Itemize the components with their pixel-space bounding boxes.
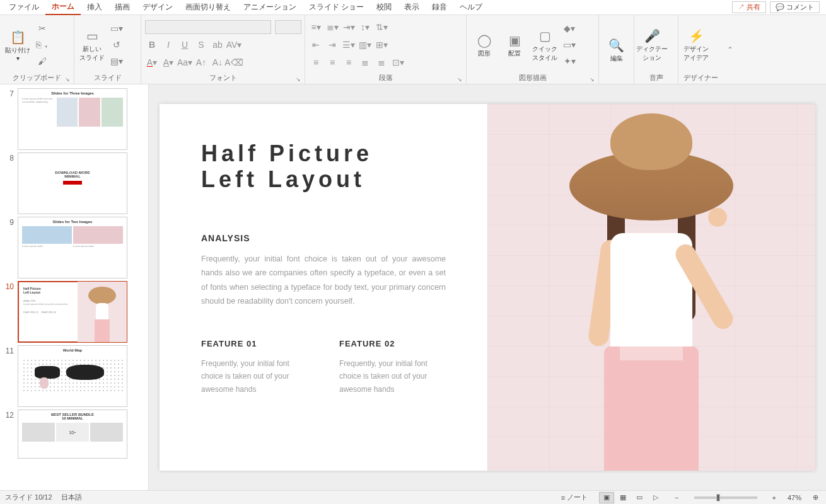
- slide-thumbnail-9[interactable]: Slides for Two Images Lorem ipsum dolorL…: [18, 217, 127, 278]
- font-family-combo[interactable]: [145, 20, 271, 34]
- feature2-heading[interactable]: FEATURE 02: [339, 339, 446, 348]
- group-paragraph-label: 段落: [379, 74, 393, 81]
- layout-button[interactable]: ▭▾: [108, 21, 125, 35]
- reading-view-button[interactable]: ▭: [632, 492, 647, 503]
- slide-title[interactable]: Half PictureLeft Layout: [201, 140, 446, 193]
- convert-button[interactable]: ⊡▾: [391, 55, 405, 69]
- comment-button[interactable]: 💬 コメント: [770, 1, 820, 13]
- slide-canvas[interactable]: Half PictureLeft Layout ANALYSIS Frequen…: [149, 84, 826, 490]
- text-direction-button[interactable]: ⇅▾: [375, 20, 388, 34]
- tab-view[interactable]: 表示: [398, 0, 426, 14]
- slide-content[interactable]: Half PictureLeft Layout ANALYSIS Frequen…: [160, 104, 815, 471]
- tab-help[interactable]: ヘルプ: [453, 0, 489, 14]
- feature1-heading[interactable]: FEATURE 01: [201, 339, 308, 348]
- normal-view-button[interactable]: ▣: [599, 492, 614, 503]
- clear-format-button[interactable]: A⌫: [227, 55, 241, 69]
- design-ideas-button[interactable]: ⚡デザイン アイデア: [682, 20, 710, 69]
- slide-thumbnail-10[interactable]: Half PictureLeft Layout ANALYSISLorem ip…: [18, 281, 127, 343]
- distribute-button[interactable]: ≣: [375, 55, 388, 69]
- feature1-body[interactable]: Frequently, your initial font choice is …: [201, 357, 308, 396]
- list-level-button[interactable]: ⇥▾: [342, 20, 356, 34]
- group-designer-label: デザイナー: [683, 74, 718, 81]
- tab-design[interactable]: デザイン: [136, 0, 179, 14]
- shape-fill-button[interactable]: ◆▾: [561, 21, 578, 35]
- zoom-slider[interactable]: [694, 496, 757, 499]
- font-color-button[interactable]: A▾: [145, 55, 159, 69]
- shapes-button[interactable]: ◯図形: [470, 20, 498, 69]
- columns-button[interactable]: ▥▾: [358, 38, 372, 52]
- zoom-percent[interactable]: 47%: [788, 494, 801, 501]
- menu-tabs: ファイル ホーム 挿入 描画 デザイン 画面切り替え アニメーション スライド …: [0, 0, 826, 15]
- tab-draw[interactable]: 描画: [108, 0, 136, 14]
- slideshow-view-button[interactable]: ▷: [648, 492, 663, 503]
- tab-slideshow[interactable]: スライド ショー: [303, 0, 370, 14]
- analysis-body[interactable]: Frequently, your initial font choice is …: [201, 252, 446, 309]
- paste-button[interactable]: 📋 貼り付け▾: [4, 20, 32, 69]
- align-left-button[interactable]: ≡: [309, 55, 323, 69]
- thumb-number: 10: [3, 281, 14, 291]
- analysis-heading[interactable]: ANALYSIS: [201, 233, 446, 243]
- numbering-button[interactable]: ≣▾: [325, 20, 339, 34]
- shape-outline-button[interactable]: ▭▾: [561, 38, 578, 52]
- font-size-combo[interactable]: [275, 20, 301, 34]
- tab-insert[interactable]: 挿入: [81, 0, 108, 14]
- justify-button[interactable]: ≣: [358, 55, 372, 69]
- slide-thumbnail-11[interactable]: World Map: [18, 345, 127, 407]
- slide-thumbnail-8[interactable]: DOWNLOAD MOREMINIMAL: [18, 152, 127, 214]
- align-center-button[interactable]: ≡: [325, 55, 339, 69]
- italic-button[interactable]: I: [161, 38, 175, 52]
- arrange-button[interactable]: ▣配置: [501, 20, 528, 69]
- collapse-ribbon-button[interactable]: ⌃: [723, 15, 738, 84]
- shrink-font-button[interactable]: A↓: [211, 55, 224, 69]
- reset-button[interactable]: ↺: [108, 38, 125, 52]
- copy-button[interactable]: ⎘ ▾: [34, 38, 50, 52]
- fit-window-button[interactable]: ⊕: [810, 493, 821, 501]
- format-painter-button[interactable]: 🖌: [34, 54, 50, 68]
- tab-home[interactable]: ホーム: [45, 0, 81, 15]
- increase-indent-button[interactable]: ⇥: [325, 38, 339, 52]
- clipboard-launcher[interactable]: ↘: [65, 76, 70, 83]
- editing-button[interactable]: 🔍編集: [603, 25, 630, 74]
- change-case-button[interactable]: Aa▾: [178, 55, 192, 69]
- tab-animations[interactable]: アニメーション: [237, 0, 303, 14]
- align-text-button[interactable]: ☰▾: [342, 38, 356, 52]
- language-indicator[interactable]: 日本語: [61, 493, 82, 502]
- bullets-button[interactable]: ≡▾: [309, 20, 323, 34]
- align-right-button[interactable]: ≡: [342, 55, 356, 69]
- group-font-label: フォント: [209, 74, 237, 81]
- shadow-button[interactable]: ab: [211, 38, 224, 52]
- group-voice-label: 音声: [649, 74, 663, 81]
- slide-image[interactable]: [487, 104, 815, 471]
- new-slide-button[interactable]: ▭ 新しい スライド: [78, 20, 106, 69]
- zoom-out-button[interactable]: −: [672, 494, 681, 501]
- font-launcher[interactable]: ↘: [296, 76, 301, 83]
- smartart-button[interactable]: ⊞▾: [375, 38, 388, 52]
- underline-button[interactable]: U: [178, 38, 192, 52]
- tab-transitions[interactable]: 画面切り替え: [179, 0, 237, 14]
- bold-button[interactable]: B: [145, 38, 159, 52]
- share-button[interactable]: ↗ 共有: [732, 1, 766, 13]
- grow-font-button[interactable]: A↑: [194, 55, 208, 69]
- slide-thumbnail-7[interactable]: Slides for Three Images Lorem ipsum dolo…: [18, 88, 127, 150]
- paragraph-launcher[interactable]: ↘: [457, 76, 462, 83]
- shape-effects-button[interactable]: ✦▾: [561, 54, 578, 68]
- dictate-button[interactable]: 🎤ディクテー ション: [638, 20, 666, 69]
- quick-styles-button[interactable]: ▢クイック スタイル: [531, 20, 559, 69]
- cut-button[interactable]: ✂: [34, 21, 50, 35]
- zoom-in-button[interactable]: +: [770, 494, 779, 501]
- section-button[interactable]: ▤▾: [108, 54, 125, 68]
- tab-file[interactable]: ファイル: [3, 0, 45, 14]
- notes-button[interactable]: ≡ ノート: [559, 493, 590, 502]
- tab-record[interactable]: 録音: [426, 0, 453, 14]
- drawing-launcher[interactable]: ↘: [590, 76, 595, 83]
- highlight-button[interactable]: A▾: [161, 55, 175, 69]
- slide-thumbnail-12[interactable]: BEST SELLER BUNDLE10 MINIMAL 10+: [18, 410, 127, 459]
- strike-button[interactable]: S: [194, 38, 208, 52]
- line-spacing-button[interactable]: ↕▾: [358, 20, 372, 34]
- decrease-indent-button[interactable]: ⇤: [309, 38, 323, 52]
- group-drawing-label: 図形描画: [519, 74, 547, 81]
- feature2-body[interactable]: Frequently, your initial font choice is …: [339, 357, 446, 396]
- sorter-view-button[interactable]: ▦: [615, 492, 631, 503]
- tab-review[interactable]: 校閲: [370, 0, 398, 14]
- char-spacing-button[interactable]: AV▾: [227, 38, 241, 52]
